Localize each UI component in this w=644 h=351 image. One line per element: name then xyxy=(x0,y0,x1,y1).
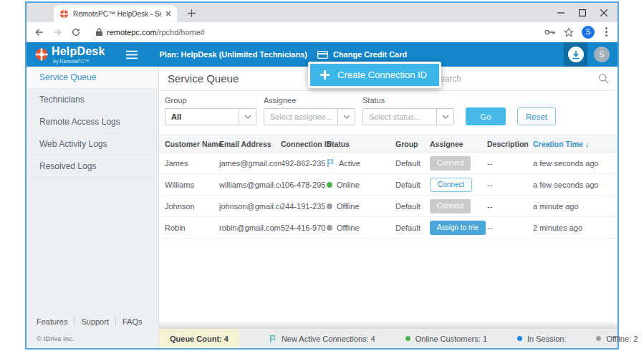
browser-menu-icon[interactable] xyxy=(602,27,610,37)
cell-group: Default xyxy=(395,223,430,232)
sidebar-item-remote-access-logs[interactable]: Remote Access Logs xyxy=(27,111,158,133)
offline-stat: Offline: 2 xyxy=(596,335,638,343)
url-domain: remotepc.com/rpchd/home# xyxy=(107,28,205,37)
group-select[interactable]: All xyxy=(165,108,256,125)
sidebar-item-resolved-logs[interactable]: Resolved Logs xyxy=(27,155,158,178)
browser-titlebar: RemotePC™ HelpDesk - Service Qu xyxy=(27,3,617,22)
cell-creation-time: a few seconds ago xyxy=(533,159,610,168)
browser-urlbar: remotepc.com/rpchd/home# S xyxy=(27,22,617,42)
cell-connection-id: 244-191-235 xyxy=(281,202,327,211)
cell-customer-name: Johnson xyxy=(165,202,219,211)
maximize-button[interactable] xyxy=(572,3,593,22)
sidebar-item-web-activity-logs[interactable]: Web Activity Logs xyxy=(27,133,158,155)
search-input[interactable] xyxy=(434,74,595,84)
browser-profile-avatar[interactable]: S xyxy=(582,26,595,39)
column-customer-name[interactable]: Customer Name xyxy=(165,140,219,148)
product-name: HelpDesk xyxy=(52,46,105,57)
column-assignee[interactable]: Assignee xyxy=(430,140,487,148)
search-icon[interactable] xyxy=(598,73,609,84)
status-bar: Queue Count: 4 New Active Connections: 4… xyxy=(159,328,617,348)
flag-icon xyxy=(269,335,277,343)
assignee-select[interactable]: Select assignee... xyxy=(264,108,355,125)
life-preserver-icon xyxy=(35,48,48,61)
reload-button[interactable] xyxy=(71,27,81,37)
filters-bar: Group All Assignee Select assignee... St… xyxy=(159,91,617,135)
gray-dot-icon xyxy=(596,336,601,341)
product-byline: by RemotePC™ xyxy=(53,59,105,64)
cell-status: Online xyxy=(327,181,395,189)
minimize-button[interactable] xyxy=(550,3,572,22)
browser-tab[interactable]: RemotePC™ HelpDesk - Service Qu xyxy=(54,5,177,22)
window-controls xyxy=(550,3,615,22)
hamburger-menu-icon[interactable] xyxy=(125,50,138,59)
cell-status: Active xyxy=(327,158,395,168)
go-button[interactable]: Go xyxy=(466,107,506,125)
blue-dot-icon xyxy=(517,336,522,341)
browser-window: RemotePC™ HelpDesk - Service Qu remotepc… xyxy=(25,1,619,350)
status-select[interactable]: Select status... xyxy=(362,108,454,125)
cell-status: Offline xyxy=(327,202,395,211)
online-dot-icon xyxy=(327,182,332,188)
cell-description: -- xyxy=(487,223,533,232)
cell-customer-name: James xyxy=(165,159,219,168)
sidebar-item-service-queue[interactable]: Service Queue xyxy=(27,67,158,89)
new-tab-button[interactable] xyxy=(183,5,199,21)
plus-icon xyxy=(188,9,196,17)
credit-card-icon xyxy=(317,51,328,59)
tab-title: RemotePC™ HelpDesk - Service Qu xyxy=(73,10,161,18)
connect-button[interactable]: Connect xyxy=(430,178,472,192)
cell-connection-id: 106-478-295 xyxy=(281,181,327,189)
connect-button[interactable]: Connect xyxy=(430,199,471,213)
forward-button[interactable] xyxy=(52,27,63,37)
helpdesk-logo: HelpDesk by RemotePC™ xyxy=(35,46,105,64)
status-filter-label: Status xyxy=(362,96,454,105)
back-button[interactable] xyxy=(34,27,44,37)
reset-button[interactable]: Reset xyxy=(517,107,556,125)
tab-close-icon[interactable] xyxy=(165,11,171,16)
online-customers-stat: Online Customers: 1 xyxy=(405,335,487,343)
column-status[interactable]: Status xyxy=(327,140,395,148)
offline-dot-icon xyxy=(327,203,332,209)
table-row: Williams williams@gmail.com 106-478-295 … xyxy=(159,174,617,196)
url-input[interactable]: remotepc.com/rpchd/home# xyxy=(89,28,537,37)
create-connection-id-button[interactable]: Create Connection ID xyxy=(308,62,441,88)
column-creation-time[interactable]: Creation Time ↓ xyxy=(533,140,610,148)
sidebar-item-technicians[interactable]: Technicians xyxy=(27,89,158,111)
features-link[interactable]: Features xyxy=(37,317,75,326)
close-button[interactable] xyxy=(593,3,615,22)
cell-creation-time: a few seconds ago xyxy=(533,181,610,189)
cell-customer-name: Robin xyxy=(165,223,219,232)
cell-creation-time: a minute ago xyxy=(533,202,610,211)
change-credit-card-button[interactable]: Change Credit Card xyxy=(317,50,407,59)
faqs-link[interactable]: FAQs xyxy=(116,317,149,326)
new-active-connections-stat: New Active Connections: 4 xyxy=(269,335,375,343)
column-group[interactable]: Group xyxy=(395,140,430,148)
group-filter-label: Group xyxy=(165,96,256,105)
offline-dot-icon xyxy=(327,225,332,231)
table-row: Robin robin@gmail.com 524-416-970 Offlin… xyxy=(159,217,617,239)
connect-button[interactable]: Connect xyxy=(430,156,471,170)
green-dot-icon xyxy=(405,336,410,341)
column-description[interactable]: Description xyxy=(487,140,533,148)
plan-label: Plan: HelpDesk (Unlimited Technicians) xyxy=(160,50,307,59)
chevron-down-icon xyxy=(436,109,453,125)
column-connection-id[interactable]: Connection ID xyxy=(281,140,327,148)
bookmark-star-icon[interactable] xyxy=(564,27,574,37)
sidebar-footer: Features Support FAQs © IDrive Inc. xyxy=(27,317,158,348)
main-area: Service Queue Technicians Remote Access … xyxy=(27,67,617,348)
support-link[interactable]: Support xyxy=(75,317,116,326)
cell-group: Default xyxy=(395,159,430,168)
download-button[interactable] xyxy=(564,42,587,67)
cell-customer-name: Williams xyxy=(165,181,219,189)
chevron-down-icon xyxy=(337,109,355,125)
column-email-address[interactable]: Email Address xyxy=(219,140,281,148)
cell-connection-id: 492-862-235 xyxy=(281,159,327,168)
assignee-filter-label: Assignee xyxy=(264,96,355,105)
key-icon[interactable] xyxy=(544,29,556,36)
table-header: Customer Name Email Address Connection I… xyxy=(159,135,617,153)
assign-to-me-button[interactable]: Assign to me xyxy=(430,221,486,235)
user-avatar[interactable]: S xyxy=(594,47,610,62)
plus-icon xyxy=(319,69,330,80)
cell-description: -- xyxy=(487,202,533,211)
cell-creation-time: 2 minutes ago xyxy=(533,223,610,232)
